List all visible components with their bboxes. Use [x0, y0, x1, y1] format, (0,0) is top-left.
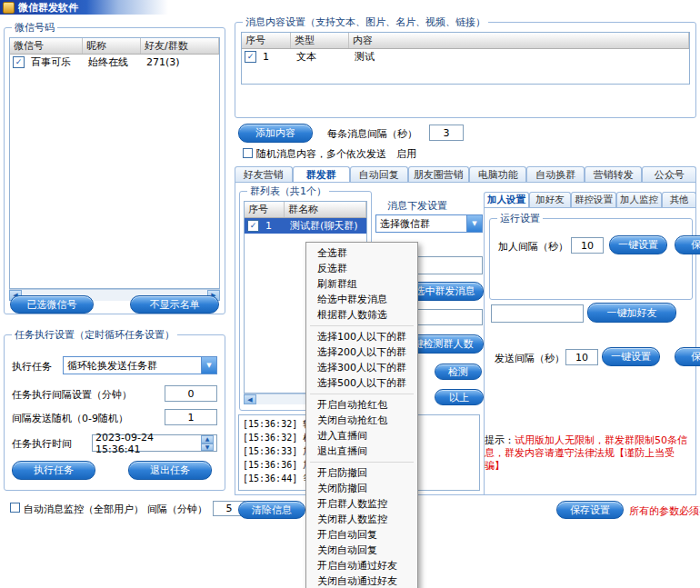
col-no[interactable]: 序号 — [242, 33, 291, 48]
tab-auto-switch-group[interactable]: 自动换群 — [526, 166, 585, 183]
row-checkbox-checked-icon[interactable]: ✓ — [13, 56, 25, 68]
run-settings-title: 运行设置 — [497, 212, 543, 225]
add-interval-label: 加人间隔（秒） — [498, 240, 568, 254]
menu-item-under-200[interactable]: 选择200人以下的群 — [306, 344, 417, 360]
save-button-1[interactable]: 保存 — [675, 235, 700, 254]
exec-task-select[interactable]: 循环轮换发送任务群 ▼ — [63, 356, 217, 374]
add-content-button[interactable]: 添加内容 — [238, 124, 313, 143]
above-button[interactable]: 以上 — [435, 389, 484, 405]
message-no: 1 — [259, 51, 293, 63]
menu-item-antirecall-off[interactable]: 关闭防撤回 — [306, 481, 417, 496]
random-message-checkbox[interactable] — [243, 148, 253, 158]
message-table[interactable]: 序号 类型 内容 ✓ 1 文本 测试 — [241, 32, 690, 85]
message-row[interactable]: ✓ 1 文本 测试 — [242, 49, 689, 65]
col-content[interactable]: 内容 — [349, 33, 689, 48]
task-time-picker[interactable]: 2023-09-24 15:36:41 ▲ ▼ — [92, 434, 217, 452]
hide-list-button[interactable]: 不显示名单 — [130, 295, 219, 314]
group-list-title: 群列表（共1个） — [247, 184, 329, 198]
save-button-2[interactable]: 保存 — [675, 347, 700, 366]
spin-down-icon[interactable]: ▼ — [201, 443, 214, 452]
account-row[interactable]: ✓ 百事可乐 始终在线 271(3) — [10, 55, 219, 70]
menu-item-filter-by-count[interactable]: 根据群人数筛选 — [306, 307, 417, 323]
group-row[interactable]: ✓ 1 测试群(聊天群) — [245, 218, 366, 234]
menu-item-count-monitor-off[interactable]: 关闭群人数监控 — [306, 512, 417, 527]
menu-item-under-300[interactable]: 选择300人以下的群 — [306, 360, 417, 375]
exit-task-button[interactable]: 退出任务 — [128, 461, 212, 480]
menu-item-autoaccept-on[interactable]: 开启自动通过好友 — [306, 558, 417, 573]
dropdown-arrow-icon[interactable]: ▼ — [201, 357, 216, 374]
add-interval-input[interactable] — [571, 237, 604, 254]
accounts-table-header: 微信号 昵称 好友/群数 — [10, 38, 219, 55]
menu-item-redpacket-off[interactable]: 关闭自动抢红包 — [306, 413, 417, 428]
target-group-select[interactable]: 选择微信群 ▼ — [375, 214, 483, 233]
tab-official-account[interactable]: 公众号 — [642, 166, 696, 183]
task-random-input[interactable] — [165, 409, 217, 425]
col-no[interactable]: 序号 — [245, 202, 285, 217]
selected-accounts-button[interactable]: 已选微信号 — [10, 295, 94, 314]
menu-item-count-monitor-on[interactable]: 开启群人数监控 — [306, 496, 417, 512]
message-interval-input[interactable] — [429, 125, 464, 141]
col-count[interactable]: 好友/群数 — [141, 38, 219, 54]
quick-add-friend-button[interactable]: 一键加好友 — [587, 303, 676, 323]
task-time-label: 任务执行时间 — [12, 437, 72, 451]
tab-group-control[interactable]: 群控设置 — [571, 192, 616, 207]
tab-marketing-forward[interactable]: 营销转发 — [585, 166, 643, 183]
enable-label: 启用 — [396, 147, 416, 161]
row-checkbox-checked-icon[interactable]: ✓ — [247, 220, 259, 232]
scroll-left-icon[interactable]: ◀ — [244, 394, 256, 404]
tab-other[interactable]: 其他 — [662, 192, 696, 207]
random-message-label: 随机消息内容，多个依次发送 — [256, 147, 386, 161]
tab-group-send[interactable]: 群发群 — [293, 166, 351, 183]
row-checkbox-checked-icon[interactable]: ✓ — [245, 51, 256, 63]
tab-moments[interactable]: 朋友圈营销 — [408, 166, 469, 183]
menu-item-antirecall-on[interactable]: 开启防撤回 — [306, 465, 417, 481]
col-type[interactable]: 类型 — [291, 33, 349, 48]
tab-add-monitor[interactable]: 加人监控 — [616, 192, 662, 207]
menu-item-send-selected[interactable]: 给选中群发消息 — [306, 292, 417, 307]
check-button[interactable]: 检测 — [435, 364, 482, 380]
tab-pc-functions[interactable]: 电脑功能 — [469, 166, 527, 183]
menu-item-autoreply-on[interactable]: 开启自动回复 — [306, 527, 417, 543]
accounts-table[interactable]: 微信号 昵称 好友/群数 ✓ 百事可乐 始终在线 271(3) — [9, 37, 220, 289]
dropdown-arrow-icon[interactable]: ▼ — [466, 215, 482, 232]
notice-text: 试用版加人无限制，群发群限制50条信息，群发内容请遵守法律法规【谨防上当受骗】 — [485, 434, 687, 472]
clear-log-button[interactable]: 清除信息 — [238, 501, 305, 519]
send-interval-input[interactable] — [565, 349, 598, 365]
spin-up-icon[interactable]: ▲ — [201, 435, 214, 443]
menu-item-under-100[interactable]: 选择100人以下的群 — [306, 329, 417, 344]
app-icon — [3, 2, 15, 14]
col-wxid[interactable]: 微信号 — [10, 38, 83, 54]
menu-item-redpacket-on[interactable]: 开启自动抢红包 — [306, 397, 417, 413]
menu-item-exit-live[interactable]: 退出直播间 — [306, 443, 417, 459]
tab-auto-reply[interactable]: 自动回复 — [350, 166, 408, 183]
message-interval-label: 每条消息间隔（秒） — [327, 127, 417, 141]
col-nick[interactable]: 昵称 — [83, 38, 141, 54]
friend-id-input[interactable] — [491, 304, 584, 323]
menu-item-enter-live[interactable]: 进入直播间 — [306, 428, 417, 443]
quick-set-button-2[interactable]: 一键设置 — [602, 347, 660, 366]
task-interval-input[interactable] — [165, 385, 217, 402]
tab-add-friend[interactable]: 加好友 — [529, 192, 571, 207]
menu-item-select-all[interactable]: 全选群 — [306, 245, 417, 261]
col-group-name[interactable]: 群名称 — [285, 202, 366, 217]
menu-item-autoaccept-off[interactable]: 关闭自动通过好友 — [306, 573, 417, 588]
run-task-button[interactable]: 执行任务 — [12, 461, 95, 480]
message-content: 测试 — [351, 50, 689, 64]
exec-task-value: 循环轮换发送任务群 — [67, 359, 157, 373]
tab-friend-marketing[interactable]: 好友营销 — [235, 166, 293, 183]
account-count: 271(3) — [143, 56, 219, 68]
target-group-value: 选择微信群 — [380, 217, 430, 231]
monitor-checkbox[interactable] — [10, 503, 20, 513]
menu-item-autoreply-off[interactable]: 关闭自动回复 — [306, 543, 417, 558]
menu-item-under-500[interactable]: 选择500人以下的群 — [306, 375, 417, 391]
group-table-header: 序号 群名称 — [245, 202, 366, 218]
menu-item-refresh-groups[interactable]: 刷新群组 — [306, 276, 417, 292]
tab-add-people[interactable]: 加人设置 — [484, 192, 529, 207]
time-spinner[interactable]: ▲ ▼ — [201, 435, 214, 451]
title-bar[interactable]: 微信群发软件 — [0, 0, 700, 15]
quick-set-button-1[interactable]: 一键设置 — [609, 235, 667, 254]
menu-item-invert-select[interactable]: 反选群 — [306, 261, 417, 276]
save-settings-button[interactable]: 保存设置 — [556, 501, 624, 519]
task-interval-label: 任务执行间隔设置（分钟） — [12, 388, 132, 402]
app-window: 微信群发软件 微信号码 微信号 昵称 好友/群数 ✓ 百事可乐 始终在线 271… — [0, 0, 700, 588]
